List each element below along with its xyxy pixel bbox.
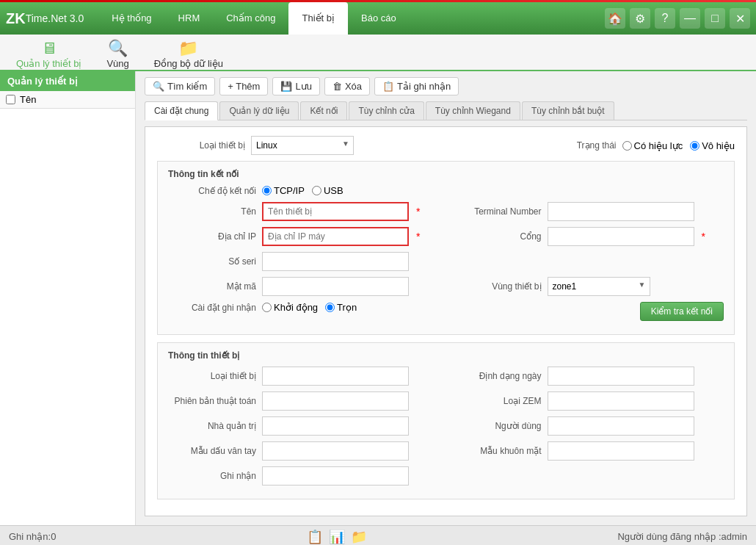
select-all-checkbox[interactable] (6, 95, 15, 104)
user-input[interactable]: 0 (548, 416, 694, 436)
usb-option[interactable]: USB (312, 185, 344, 196)
firmware-row: Phiên bản thuật toán (168, 391, 439, 411)
connection-right-col: Terminal Number Cổng 4370 * Vùng thiết b… (454, 202, 724, 327)
name-row: Tên * (168, 202, 439, 221)
ip-required: * (416, 231, 420, 242)
left-panel-cols: Tên (0, 91, 135, 109)
logo-time: Time.Net 3.0 (26, 12, 84, 24)
save-button[interactable]: 💾 Lưu (272, 77, 319, 95)
log-row: Ghi nhận 0 (168, 466, 439, 486)
delete-button[interactable]: 🗑 Xóa (324, 77, 370, 95)
connection-fields: Tên * Địa chỉ IP * Số seri (168, 202, 724, 327)
tab-tuychinhcua[interactable]: Tùy chỉnh cửa (349, 101, 424, 120)
terminal-input[interactable] (548, 202, 694, 221)
terminal-label: Terminal Number (454, 206, 542, 217)
face-input[interactable]: 0 (548, 441, 694, 461)
refresh-button[interactable]: 📋 Tải ghi nhận (374, 77, 459, 95)
firmware-input[interactable] (262, 391, 409, 411)
main-layout: Quản lý thiết bị Tên 🔍 Tìm kiếm + Thêm 💾… (0, 71, 756, 525)
tab-tuychinhwiegand[interactable]: Tùy chỉnh Wiegand (426, 101, 520, 120)
name-required: * (416, 206, 420, 217)
tab-tuychinhbatbuot[interactable]: Tùy chỉnh bắt buột (522, 101, 614, 120)
terminal-row: Terminal Number (454, 202, 724, 221)
menu-thietbi[interactable]: Thiết bị (288, 2, 348, 35)
device-type2-row: Loại thiết bị (168, 367, 439, 386)
subnav-vung-label: Vùng (106, 58, 128, 69)
serial-input[interactable] (262, 252, 409, 271)
status-icon-1[interactable]: 📋 (307, 529, 323, 545)
fingerprint-label: Mẫu dấu vân tay (168, 446, 256, 456)
tab-ketnoi[interactable]: Kết nối (300, 101, 347, 120)
close-icon[interactable]: ✕ (730, 8, 750, 29)
add-button[interactable]: + Thêm (219, 77, 268, 95)
add-btn-label: + Thêm (228, 81, 260, 92)
admin-label: Nhà quản trị (168, 421, 256, 431)
connection-left-col: Tên * Địa chỉ IP * Số seri (168, 202, 439, 327)
tab-quanlydulieu[interactable]: Quản lý dữ liệu (219, 101, 299, 120)
date-format-input[interactable] (548, 367, 694, 386)
search-button[interactable]: 🔍 Tìm kiếm (145, 77, 215, 95)
device-type2-input[interactable] (262, 367, 409, 386)
zem-input[interactable] (548, 391, 694, 411)
fingerprint-input[interactable]: 0 (262, 441, 409, 461)
help-icon[interactable]: ? (655, 8, 675, 29)
port-label: Cổng (454, 231, 542, 242)
menu-hethong[interactable]: Hệ thống (98, 2, 164, 35)
ip-row: Địa chỉ IP * (168, 227, 439, 246)
password-label: Mật mã (168, 281, 256, 292)
zone-select[interactable]: zone1 (548, 277, 650, 296)
password-input[interactable] (262, 277, 409, 296)
status-vohieu-radio[interactable] (690, 141, 699, 151)
device-info-fields: Loại thiết bị Phiên bản thuật toán Nhà q… (168, 367, 724, 491)
minimize-icon[interactable]: — (680, 8, 700, 29)
port-input[interactable]: 4370 (548, 227, 694, 246)
device-type-select[interactable]: Linux Windows (251, 136, 354, 155)
tab-caidatchung[interactable]: Cài đặt chung (145, 101, 218, 120)
ghi-nhan-status: Ghi nhận:0 (9, 531, 56, 542)
device-mgmt-icon: 🖥 (41, 39, 57, 58)
log-khoidong-radio[interactable] (262, 303, 272, 312)
home-icon[interactable]: 🏠 (605, 8, 625, 29)
subnav-donbodulieu[interactable]: 📁 Đồng bộ dữ liệu (145, 37, 232, 71)
subnav-vung[interactable]: 🔍 Vùng (98, 37, 137, 71)
maximize-icon[interactable]: □ (705, 8, 725, 29)
status-vohieu-option[interactable]: Vô hiệu (690, 140, 735, 151)
status-hieuluc-option[interactable]: Có hiệu lực (622, 140, 683, 151)
log-input[interactable]: 0 (262, 466, 409, 486)
toolbar: 🔍 Tìm kiếm + Thêm 💾 Lưu 🗑 Xóa 📋 Tải ghi … (145, 77, 747, 95)
connection-mode-label: Chế độ kết nối (168, 186, 256, 196)
connection-mode-row: Chế độ kết nối TCP/IP USB (168, 185, 724, 196)
status-hieuluc-radio[interactable] (622, 141, 632, 151)
usb-radio[interactable] (312, 186, 321, 195)
delete-btn-icon: 🗑 (332, 81, 342, 92)
status-icon-3[interactable]: 📁 (351, 529, 367, 545)
status-bar-icons: 📋 📊 📁 (307, 529, 367, 545)
log-settings-label: Cài đặt ghi nhận (168, 303, 256, 313)
menu-chamcong[interactable]: Chấm công (213, 2, 288, 35)
menu-hrm[interactable]: HRM (165, 2, 214, 35)
settings-icon[interactable]: ⚙ (630, 8, 650, 29)
zem-label: Loại ZEM (454, 396, 542, 406)
tcpip-label: TCP/IP (274, 185, 305, 196)
log-tron-radio[interactable] (325, 303, 335, 312)
tcpip-option[interactable]: TCP/IP (262, 185, 305, 196)
admin-input[interactable]: 0 (262, 416, 409, 436)
tcpip-radio[interactable] (262, 186, 272, 195)
logo-zk: ZK (6, 10, 26, 27)
log-khoidong-label: Khởi động (274, 302, 318, 313)
status-icon-2[interactable]: 📊 (329, 529, 345, 545)
ip-input[interactable] (262, 227, 409, 246)
user-row: Người dùng 0 (454, 416, 724, 436)
top-menu-bar: ZK Time.Net 3.0 Hệ thống HRM Chấm công T… (0, 2, 756, 35)
status-bar: Ghi nhận:0 📋 📊 📁 Người dùng đăng nhập :a… (0, 525, 756, 545)
menu-baocao[interactable]: Báo cáo (348, 2, 410, 35)
password-row: Mật mã (168, 277, 439, 296)
name-input[interactable] (262, 202, 409, 221)
log-tron-option[interactable]: Trọn (325, 302, 357, 313)
form-tabs: Cài đặt chung Quản lý dữ liệu Kết nối Tù… (145, 101, 747, 120)
check-connection-button[interactable]: Kiểm tra kết nối (640, 302, 724, 321)
sub-navigation: 🖥 Quản lý thiết bị 🔍 Vùng 📁 Đồng bộ dữ l… (0, 35, 756, 71)
app-logo: ZK Time.Net 3.0 (6, 10, 84, 27)
log-khoidong-option[interactable]: Khởi động (262, 302, 318, 313)
subnav-quanlythietbi[interactable]: 🖥 Quản lý thiết bị (7, 37, 90, 71)
